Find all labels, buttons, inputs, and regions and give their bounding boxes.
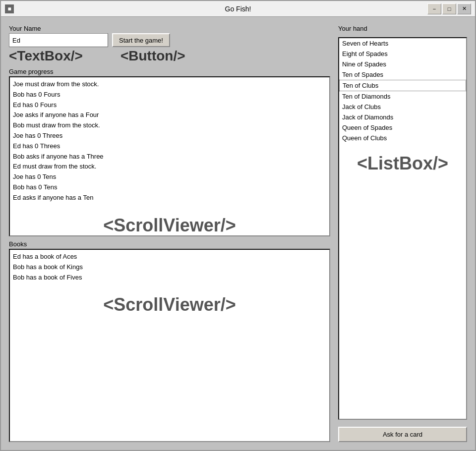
- books-line-1: Bob has a book of Kings: [13, 262, 326, 273]
- progress-line-11: Ed asks if anyone has a Ten: [13, 193, 326, 203]
- name-label: Your Name: [9, 25, 330, 32]
- annotation-row: <TextBox/> <Button/>: [9, 48, 330, 64]
- list-item-9[interactable]: Queen of Clubs: [339, 133, 466, 143]
- list-item-1[interactable]: Eight of Spades: [339, 49, 466, 59]
- list-item-2[interactable]: Nine of Spades: [339, 59, 466, 69]
- progress-line-2: Ed has 0 Fours: [13, 100, 326, 111]
- progress-line-4: Bob must draw from the stock.: [13, 120, 326, 131]
- list-item-5[interactable]: Ten of Diamonds: [339, 91, 466, 102]
- ask-for-card-button[interactable]: Ask for a card: [338, 427, 467, 442]
- listbox-annotation: <ListBox/>: [339, 143, 466, 179]
- button-annotation: <Button/>: [120, 48, 185, 64]
- game-progress-inner: Joe must draw from the stock. Bob has 0 …: [10, 77, 329, 205]
- textbox-annotation: <TextBox/>: [9, 48, 83, 64]
- window-title: Go Fish!: [225, 5, 251, 13]
- left-panel: Your Name Start the game! <TextBox/> <Bu…: [9, 25, 330, 442]
- progress-line-6: Ed has 0 Threes: [13, 141, 326, 152]
- game-progress-scroll[interactable]: Joe must draw from the stock. Bob has 0 …: [9, 76, 330, 236]
- name-input[interactable]: [9, 33, 108, 47]
- list-item-7[interactable]: Jack of Diamonds: [339, 112, 466, 122]
- name-section: Your Name Start the game! <TextBox/> <Bu…: [9, 25, 330, 64]
- books-line-2: Bob has a book of Fives: [13, 273, 326, 283]
- progress-line-3: Joe asks if anyone has a Four: [13, 110, 326, 120]
- game-progress-section: Game progress Joe must draw from the sto…: [9, 68, 330, 236]
- books-scroll-annotation: <ScrollViewer/>: [10, 284, 329, 320]
- title-bar: ■ Go Fish! − □ ✕: [1, 1, 475, 17]
- list-item-8[interactable]: Queen of Spades: [339, 122, 466, 133]
- progress-label: Game progress: [9, 68, 330, 75]
- books-inner: Ed has a book of Aces Bob has a book of …: [10, 250, 329, 284]
- hand-label: Your hand: [338, 25, 467, 32]
- start-game-button[interactable]: Start the game!: [112, 33, 170, 47]
- progress-line-8: Ed must draw from the stock.: [13, 162, 326, 172]
- progress-line-0: Joe must draw from the stock.: [13, 79, 326, 90]
- books-line-0: Ed has a book of Aces: [13, 252, 326, 262]
- books-section: Books Ed has a book of Aces Bob has a bo…: [9, 240, 330, 442]
- progress-line-10: Bob has 0 Tens: [13, 182, 326, 193]
- books-label: Books: [9, 240, 330, 248]
- app-icon: ■: [5, 4, 14, 13]
- list-item-6[interactable]: Jack of Clubs: [339, 102, 466, 112]
- right-panel: Your hand Seven of Hearts Eight of Spade…: [338, 25, 467, 442]
- books-scroll[interactable]: Ed has a book of Aces Bob has a book of …: [9, 249, 330, 442]
- close-button[interactable]: ✕: [457, 3, 471, 14]
- minimize-button[interactable]: −: [427, 3, 441, 14]
- progress-line-7: Bob asks if anyone has a Three: [13, 152, 326, 162]
- title-bar-controls: − □ ✕: [427, 3, 471, 14]
- hand-listbox[interactable]: Seven of Hearts Eight of Spades Nine of …: [338, 37, 467, 420]
- list-item-4[interactable]: Ten of Clubs: [339, 80, 466, 91]
- list-item-0[interactable]: Seven of Hearts: [339, 38, 466, 49]
- list-item-3[interactable]: Ten of Spades: [339, 69, 466, 80]
- maximize-button[interactable]: □: [442, 3, 456, 14]
- title-bar-left: ■: [5, 4, 14, 13]
- progress-line-1: Bob has 0 Fours: [13, 90, 326, 100]
- progress-line-5: Joe has 0 Threes: [13, 131, 326, 141]
- progress-scroll-annotation: <ScrollViewer/>: [10, 205, 329, 236]
- progress-line-9: Joe has 0 Tens: [13, 172, 326, 182]
- main-window: ■ Go Fish! − □ ✕ Your Name Start the gam…: [0, 0, 476, 451]
- name-row: Start the game!: [9, 33, 330, 47]
- main-content: Your Name Start the game! <TextBox/> <Bu…: [1, 17, 475, 450]
